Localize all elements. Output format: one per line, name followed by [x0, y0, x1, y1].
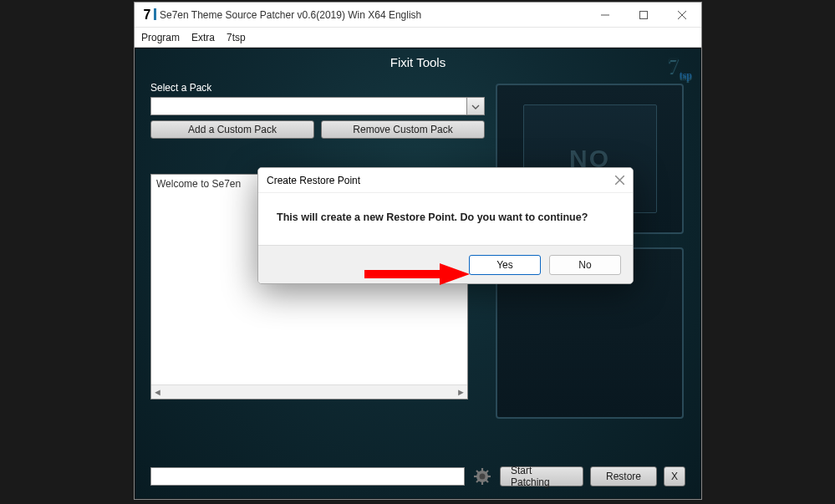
no-button[interactable]: No	[549, 255, 621, 275]
pack-select[interactable]	[150, 97, 466, 115]
menu-program[interactable]: Program	[141, 32, 180, 43]
dialog-close-button[interactable]	[615, 174, 624, 187]
remove-custom-pack-button[interactable]: Remove Custom Pack	[321, 120, 485, 139]
pack-dropdown-button[interactable]	[466, 97, 485, 115]
scroll-right-icon[interactable]: ►	[456, 387, 466, 397]
menu-extra[interactable]: Extra	[191, 32, 215, 43]
svg-rect-1	[640, 11, 648, 18]
svg-marker-17	[440, 263, 470, 285]
gear-icon[interactable]	[471, 467, 493, 486]
svg-line-11	[486, 480, 488, 482]
dialog-titlebar[interactable]: Create Restore Point	[258, 168, 633, 193]
yes-button[interactable]: Yes	[469, 255, 541, 275]
dialog-title: Create Restore Point	[267, 175, 360, 186]
start-patching-button[interactable]: Start Patching	[500, 466, 583, 486]
chevron-down-icon	[471, 100, 480, 112]
brand-logo: 7tsp	[668, 52, 692, 82]
svg-line-12	[486, 471, 488, 473]
app-icon: 7	[139, 7, 155, 23]
close-app-button[interactable]: X	[664, 466, 685, 486]
annotation-arrow	[361, 263, 470, 285]
dialog-message: This will create a new Restore Point. Do…	[258, 193, 633, 245]
menubar: Program Extra 7tsp	[135, 28, 701, 48]
svg-line-10	[476, 471, 479, 473]
titlebar[interactable]: 7 Se7en Theme Source Patcher v0.6(2019) …	[135, 3, 701, 28]
restore-button[interactable]: Restore	[590, 466, 657, 486]
menu-7tsp[interactable]: 7tsp	[227, 32, 246, 43]
minimize-button[interactable]	[586, 3, 624, 28]
horizontal-scrollbar[interactable]: ◄ ►	[151, 384, 467, 399]
scroll-left-icon[interactable]: ◄	[153, 387, 162, 397]
close-window-button[interactable]	[663, 3, 701, 28]
maximize-button[interactable]	[624, 3, 663, 28]
select-pack-label: Select a Pack	[150, 82, 485, 94]
svg-line-13	[476, 480, 479, 482]
window-title: Se7en Theme Source Patcher v0.6(2019) Wi…	[160, 9, 586, 21]
svg-point-5	[479, 474, 485, 480]
status-field	[150, 467, 465, 486]
bottom-bar: Start Patching Restore X	[150, 466, 685, 486]
page-heading: Fixit Tools	[135, 48, 700, 72]
add-custom-pack-button[interactable]: Add a Custom Pack	[150, 120, 314, 139]
close-icon	[615, 176, 624, 185]
